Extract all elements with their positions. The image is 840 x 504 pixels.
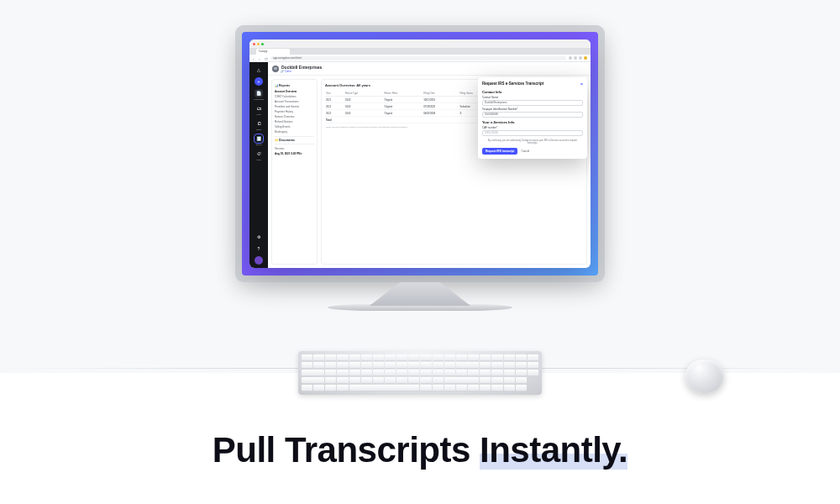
- client-avatar: DE: [272, 66, 279, 72]
- request-transcript-button[interactable]: Request IRS transcript: [482, 148, 517, 155]
- sidebar-item-files[interactable]: 🗂: [255, 104, 263, 113]
- maximize-dot-icon[interactable]: [261, 43, 264, 45]
- back-icon[interactable]: ‹: [253, 56, 256, 60]
- sidebar-item-transcripts[interactable]: 📄: [255, 89, 263, 97]
- extension-icon[interactable]: [574, 56, 577, 60]
- sidebar-label: Time: [256, 159, 260, 161]
- sidebar-settings-icon[interactable]: ⚙: [255, 233, 263, 241]
- col-header[interactable]: Year: [325, 90, 344, 97]
- reports-heading: 📊 Reports: [275, 84, 314, 87]
- modal-disclaimer: By continuing, you are authorizing Canop…: [484, 139, 581, 144]
- col-header[interactable]: Return Filed: [384, 90, 423, 97]
- browser-window: Canopy ‹ › ⟳ app.canopytax.com/client: [249, 39, 591, 268]
- browser-tab[interactable]: Canopy: [256, 49, 290, 55]
- client-header: DE Duckbill Enterprises 🔗 Client: [268, 62, 591, 76]
- col-header[interactable]: Filing Date: [423, 90, 459, 97]
- contact-section-heading: Contact Info: [482, 90, 583, 94]
- client-sublabel: 🔗 Client: [281, 70, 322, 73]
- url-field[interactable]: app.canopytax.com/client: [270, 56, 566, 60]
- browser-toolbar: ‹ › ⟳ app.canopytax.com/client: [249, 55, 591, 62]
- sidebar-label: Notes: [256, 129, 262, 131]
- sidebar-label: Transcripts: [254, 98, 264, 101]
- tin-input[interactable]: 99-9999999: [482, 112, 583, 118]
- minimize-dot-icon[interactable]: [257, 43, 260, 45]
- version-selector[interactable]: Aug 19, 2021 5:38 PM ▾: [275, 151, 314, 156]
- window-controls: [249, 39, 591, 48]
- profile-avatar-icon[interactable]: [584, 56, 587, 60]
- documents-heading: 📁 Documents: [275, 139, 314, 142]
- keyboard: [298, 351, 542, 395]
- monitor: Canopy ‹ › ⟳ app.canopytax.com/client: [235, 25, 605, 311]
- sidebar-help-icon[interactable]: ?: [255, 244, 263, 253]
- eservices-section-heading: Your e-Services Info: [482, 120, 583, 124]
- sidebar-item-billing[interactable]: 🧾: [255, 134, 263, 143]
- extension-icon[interactable]: [579, 56, 582, 60]
- marketing-headline: Pull Transcripts Instantly.: [0, 430, 840, 470]
- close-icon[interactable]: ×: [580, 81, 583, 87]
- sidebar-item-notes[interactable]: 🗒: [255, 119, 263, 128]
- cancel-button[interactable]: Cancel: [521, 150, 529, 153]
- caf-label: CAF number*: [482, 126, 583, 129]
- brand-logo-icon[interactable]: △: [255, 66, 263, 74]
- reload-icon[interactable]: ⟳: [265, 56, 268, 60]
- contact-name-input[interactable]: Duckbill Enterprises: [482, 100, 583, 106]
- close-dot-icon[interactable]: [253, 43, 255, 45]
- reports-panel: 📊 Reports Account Overview CSED Calculat…: [271, 79, 318, 265]
- add-button[interactable]: +: [255, 77, 263, 86]
- col-header[interactable]: Return Type: [344, 90, 384, 97]
- monitor-bezel: Canopy ‹ › ⟳ app.canopytax.com/client: [235, 25, 605, 282]
- extension-icons: [569, 56, 587, 60]
- forward-icon[interactable]: ›: [259, 56, 262, 60]
- sidebar-user-avatar[interactable]: [255, 256, 263, 265]
- sidebar-label: Billing: [256, 144, 262, 146]
- extension-icon[interactable]: [569, 56, 572, 60]
- contact-name-label: Contact Name: [482, 96, 583, 99]
- browser-tabbar: Canopy: [249, 48, 591, 55]
- app-sidebar: △ + 📄 Transcripts 🗂 Files 🗒 Notes 🧾 Bill…: [249, 62, 268, 268]
- mouse: [685, 360, 724, 393]
- sidebar-item-time[interactable]: ⏱: [255, 150, 263, 158]
- report-item[interactable]: Bankruptcy: [275, 129, 314, 134]
- monitor-stand: [370, 282, 470, 306]
- request-transcript-modal: Request IRS e-Services Transcript × Cont…: [478, 77, 587, 159]
- modal-title: Request IRS e-Services Transcript: [482, 81, 543, 87]
- sidebar-label: Files: [256, 113, 260, 116]
- monitor-screen: Canopy ‹ › ⟳ app.canopytax.com/client: [242, 32, 598, 276]
- tin-label: Taxpayer Identification Number*: [482, 108, 583, 111]
- caf-input[interactable]: 0000-00000: [482, 130, 583, 136]
